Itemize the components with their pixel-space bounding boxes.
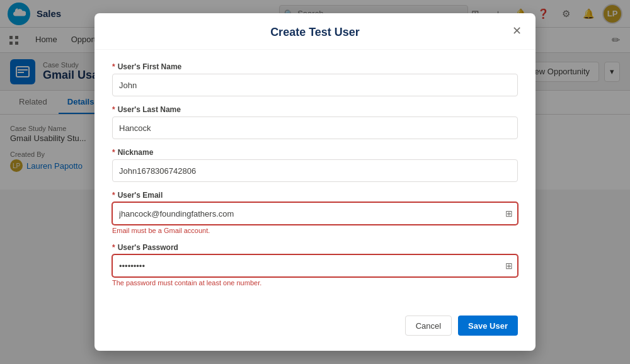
first-name-group: * User's First Name <box>112 62 518 96</box>
create-test-user-modal: Create Test User ✕ * User's First Name *… <box>94 13 536 190</box>
modal-close-button[interactable]: ✕ <box>508 22 525 40</box>
last-name-input[interactable] <box>112 117 518 139</box>
last-name-label: * User's Last Name <box>112 105 518 114</box>
modal-header: Create Test User ✕ <box>94 13 536 50</box>
nickname-label: * Nickname <box>112 148 518 157</box>
nickname-group: * Nickname <box>112 148 518 182</box>
nickname-input[interactable] <box>112 159 518 182</box>
last-name-group: * User's Last Name <box>112 105 518 139</box>
modal-body: * User's First Name * User's Last Name *… <box>94 50 536 190</box>
modal-overlay: Create Test User ✕ * User's First Name *… <box>0 0 630 190</box>
first-name-input[interactable] <box>112 74 518 96</box>
first-name-label: * User's First Name <box>112 62 518 71</box>
modal-title: Create Test User <box>110 26 520 39</box>
